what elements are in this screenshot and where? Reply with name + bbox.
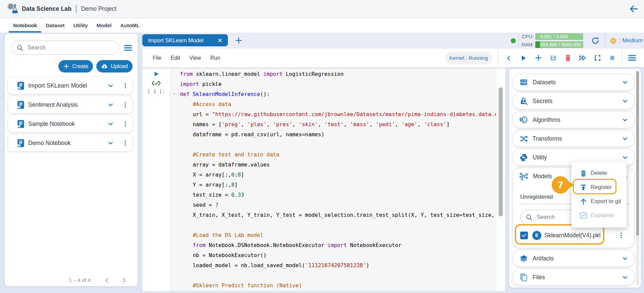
sidebar-spacer — [5, 151, 138, 276]
files-icon — [519, 273, 528, 282]
section-artifacts[interactable]: Artifacts — [513, 250, 634, 266]
context-menu-item-register[interactable]: Register — [572, 180, 627, 194]
nav-tab-automl[interactable]: AutoML — [116, 18, 144, 33]
search-icon — [16, 44, 24, 52]
toolbar-delete-icon[interactable] — [564, 54, 572, 62]
new-tab-button[interactable] — [234, 36, 243, 45]
notebook-list-item[interactable]: Demo Notebook — [8, 135, 133, 151]
back-arrow-button[interactable] — [629, 4, 639, 14]
chevron-down-icon[interactable] — [107, 140, 114, 147]
editor-scrollbar[interactable] — [496, 69, 505, 291]
nav-tab-utility[interactable]: Utility — [69, 18, 92, 33]
menu-edit[interactable]: Edit — [171, 55, 180, 61]
toolbar-save-icon[interactable] — [549, 54, 557, 62]
section-datasets[interactable]: Datasets — [513, 74, 634, 90]
context-menu-item-export-to-git[interactable]: Export to git — [572, 194, 627, 208]
nav-tab-dataset[interactable]: Dataset — [41, 18, 69, 33]
toolbar-run-all-icon[interactable] — [579, 54, 587, 62]
secrets-icon — [519, 97, 528, 106]
pagination-prev-button[interactable] — [103, 276, 111, 284]
code-token: , — [417, 121, 424, 128]
context-menu-item-delete[interactable]: Delete — [572, 166, 627, 180]
chevron-down-icon[interactable] — [107, 101, 114, 108]
chevron-down-icon[interactable] — [107, 120, 114, 128]
fold-arrow-icon[interactable]: ▾ — [173, 89, 176, 99]
toolbar-stop-icon[interactable] — [608, 54, 616, 62]
kebab-menu-icon[interactable] — [618, 232, 625, 239]
chevron-down-icon[interactable] — [622, 154, 629, 161]
sidebar-search-input[interactable] — [28, 44, 114, 51]
sidebar-search[interactable] — [11, 41, 119, 55]
toolbar-fullscreen-icon[interactable] — [593, 54, 601, 62]
nav-tab-notebook[interactable]: Notebook — [9, 18, 41, 33]
refresh-resources-button[interactable] — [591, 36, 600, 45]
resources-panel-scrollbar[interactable] — [636, 70, 639, 286]
model-avatar: E — [532, 231, 541, 240]
section-label: Transforms — [533, 135, 562, 142]
code-token: test_size = — [180, 192, 231, 198]
context-menu-item-explainer[interactable]: Explainer — [572, 208, 627, 223]
python-icon — [519, 153, 528, 162]
menu-bar: FileEditViewRun — [142, 55, 220, 61]
notebook-list-item[interactable]: Sample Notebook — [8, 115, 133, 132]
trash-icon — [579, 169, 588, 178]
code-line: names = ['preg', 'plas', 'pres', 'skin',… — [170, 119, 497, 130]
create-button[interactable]: Create — [58, 60, 93, 72]
cell-executed-icon — [142, 79, 170, 88]
chevron-down-icon[interactable] — [622, 255, 629, 262]
section-algorithms[interactable]: Algorithms — [513, 112, 634, 128]
menu-run[interactable]: Run — [210, 55, 220, 61]
code-token: nb = NotebookExecutor() — [180, 252, 266, 258]
kebab-menu-icon[interactable] — [122, 121, 129, 127]
sidebar-menu-icon[interactable] — [123, 43, 133, 53]
kebab-menu-icon[interactable] — [122, 102, 129, 108]
menu-file[interactable]: File — [153, 55, 161, 61]
pagination-next-button[interactable] — [120, 276, 128, 284]
kebab-menu-icon[interactable] — [122, 140, 129, 146]
upload-button[interactable]: Upload — [96, 60, 133, 72]
chevron-down-icon[interactable] — [622, 116, 629, 124]
chevron-down-icon[interactable] — [107, 82, 114, 89]
code-token: 'plas' — [247, 121, 266, 128]
code-line: #Create test and train data — [170, 150, 497, 160]
kernel-status-dot — [511, 38, 516, 43]
nav-tab-label: AutoML — [120, 22, 140, 29]
model-checkbox[interactable] — [520, 232, 528, 239]
code-token: import — [263, 71, 283, 77]
toolbar-back-icon[interactable] — [505, 54, 513, 62]
execution-count: [ 1 ]: — [142, 89, 170, 94]
chevron-down-icon[interactable] — [622, 98, 629, 105]
toolbar-run-icon[interactable] — [519, 54, 528, 62]
section-files[interactable]: Files — [513, 269, 634, 285]
code-token: 'pres' — [273, 121, 292, 128]
nav-tab-model[interactable]: Model — [92, 18, 116, 33]
code-token: NotebookExecutor — [347, 242, 402, 248]
context-menu-label: Register — [591, 184, 612, 191]
code-line: seed = 7 — [170, 200, 497, 210]
notebook-icon — [16, 81, 25, 90]
tab-close-icon[interactable] — [216, 37, 223, 44]
code-token: , — [266, 121, 273, 128]
ram-bar-fill — [535, 41, 540, 48]
scrollbar-thumb[interactable] — [636, 71, 639, 236]
toolbar-menu-icon[interactable] — [627, 53, 637, 63]
code-token: , — [318, 121, 324, 128]
code-token: #Create test and train data — [180, 151, 280, 158]
section-secrets[interactable]: Secrets — [513, 93, 634, 109]
chevron-down-icon[interactable] — [622, 274, 629, 281]
code-token: import — [180, 81, 199, 87]
menu-view[interactable]: View — [189, 55, 201, 61]
code-editor[interactable]: from sklearn.linear_model import Logisti… — [170, 69, 505, 291]
code-token: 0 — [231, 172, 235, 178]
notebook-list-item[interactable]: Sentiment Analysis — [8, 96, 133, 113]
notebook-list-item[interactable]: Import SKLearn Model — [8, 77, 133, 94]
run-cell-icon[interactable] — [142, 69, 170, 78]
scrollbar-thumb[interactable] — [499, 87, 503, 216]
toolbar-add-cell-icon[interactable] — [534, 54, 542, 62]
kebab-menu-icon[interactable] — [122, 83, 129, 89]
model-list-item[interactable]: ESklearnModel(V4).pkl — [520, 228, 629, 243]
section-transforms[interactable]: Transforms — [513, 131, 634, 147]
chevron-down-icon[interactable] — [622, 135, 629, 142]
notebook-tab[interactable]: Import SKLearn Model — [142, 34, 228, 46]
chevron-down-icon[interactable] — [622, 79, 629, 86]
